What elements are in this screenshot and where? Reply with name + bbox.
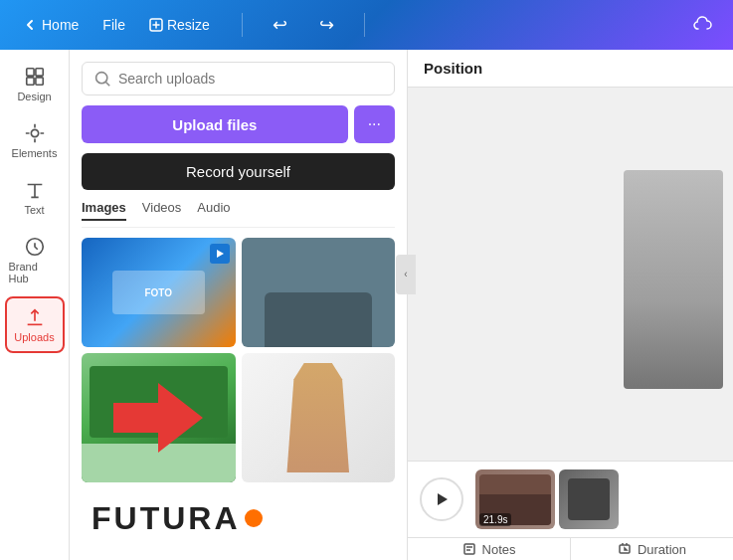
undo-button[interactable]: ↩ <box>265 10 295 40</box>
timeline-area: 21.9s Notes Dura <box>408 461 733 560</box>
media-item-2[interactable] <box>242 238 396 347</box>
play-button[interactable] <box>420 477 463 521</box>
svg-point-7 <box>96 73 107 84</box>
back-button[interactable]: Home <box>12 13 89 37</box>
sidebar-brand-label: Brand Hub <box>9 261 61 284</box>
cloud-save-button[interactable] <box>683 10 721 40</box>
svg-rect-3 <box>26 78 33 85</box>
sidebar-item-uploads[interactable]: Uploads <box>5 296 65 353</box>
svg-rect-2 <box>35 69 42 76</box>
tab-videos[interactable]: Videos <box>142 200 182 221</box>
media-item-3[interactable] <box>82 353 236 482</box>
canvas-area: ‹ <box>408 88 733 461</box>
right-panel: Position ‹ <box>408 50 733 560</box>
tab-images[interactable]: Images <box>82 200 126 221</box>
search-bar[interactable] <box>82 62 395 95</box>
divider2 <box>364 13 365 37</box>
clip-duration-label: 21.9s <box>479 513 511 526</box>
notes-icon <box>462 542 476 556</box>
resize-label: Resize <box>167 17 210 33</box>
upload-more-button[interactable]: ··· <box>354 105 395 143</box>
tab-audio[interactable]: Audio <box>197 200 230 221</box>
sidebar: Design Elements Text Brand Hub Uploads <box>0 50 70 560</box>
record-yourself-button[interactable]: Record yourself <box>82 153 395 190</box>
timeline-clip-1[interactable]: 21.9s <box>475 469 555 529</box>
media-item-4[interactable] <box>242 353 396 482</box>
sidebar-item-design[interactable]: Design <box>5 58 65 110</box>
svg-marker-18 <box>625 548 627 550</box>
futura-banner[interactable]: FUTURA <box>82 488 395 548</box>
svg-rect-12 <box>464 544 474 554</box>
timeline-clip-2[interactable] <box>559 469 619 529</box>
sidebar-item-text[interactable]: Text <box>5 171 65 224</box>
sidebar-uploads-label: Uploads <box>14 331 54 343</box>
redo-button[interactable]: ↪ <box>311 10 342 40</box>
duration-icon <box>618 542 632 556</box>
position-title: Position <box>424 60 482 77</box>
svg-marker-9 <box>217 250 224 258</box>
svg-rect-4 <box>35 78 42 85</box>
svg-rect-1 <box>26 69 33 76</box>
svg-point-5 <box>31 129 38 136</box>
home-label: Home <box>42 17 79 33</box>
canvas-preview <box>624 170 723 389</box>
notes-label: Notes <box>482 542 516 557</box>
search-input[interactable] <box>118 71 382 87</box>
canvas-image-inner <box>624 170 723 389</box>
sidebar-elements-label: Elements <box>12 147 58 159</box>
file-label: File <box>102 17 125 33</box>
timeline-content: 21.9s <box>408 462 733 537</box>
tab-notes[interactable]: Notes <box>408 538 571 560</box>
upload-btn-row: Upload files ··· <box>82 105 395 143</box>
media-tabs: Images Videos Audio <box>82 200 395 228</box>
sidebar-text-label: Text <box>24 204 44 216</box>
svg-line-8 <box>105 82 109 86</box>
timeline-clips: 21.9s <box>475 469 721 529</box>
media-item-1[interactable]: FOTO <box>82 238 236 347</box>
sidebar-design-label: Design <box>17 91 51 102</box>
sidebar-item-elements[interactable]: Elements <box>5 114 65 167</box>
upload-files-button[interactable]: Upload files <box>82 105 348 143</box>
position-header: Position <box>408 50 733 88</box>
search-icon <box>94 71 110 87</box>
file-button[interactable]: File <box>92 13 135 37</box>
bottom-tabs: Notes Duration <box>408 537 733 560</box>
top-bar: Home File Resize ↩ ↪ <box>0 0 733 50</box>
divider <box>242 13 243 37</box>
svg-marker-11 <box>438 493 448 505</box>
duration-label: Duration <box>638 542 686 557</box>
collapse-panel-button[interactable]: ‹ <box>396 255 416 294</box>
sidebar-item-brand-hub[interactable]: Brand Hub <box>5 228 65 292</box>
tab-duration[interactable]: Duration <box>571 538 733 560</box>
upload-panel: Upload files ··· Record yourself Images … <box>70 50 408 560</box>
main-content: Design Elements Text Brand Hub Uploads <box>0 50 733 560</box>
resize-button[interactable]: Resize <box>139 13 220 37</box>
